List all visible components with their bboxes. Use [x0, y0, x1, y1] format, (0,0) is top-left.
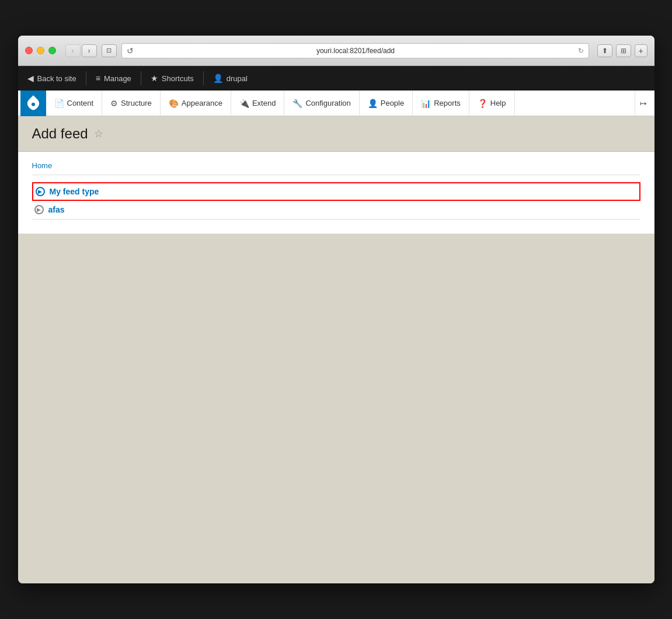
- user-icon: 👤: [213, 74, 223, 83]
- manage-icon: ≡: [96, 74, 100, 83]
- structure-icon: ⚙: [110, 99, 118, 108]
- url-display: youri.local:8201/feed/add: [137, 47, 574, 55]
- drupal-logo[interactable]: [20, 91, 46, 116]
- reload-icon[interactable]: ↺: [127, 46, 134, 55]
- browser-titlebar: ‹ › ⊡ ↺ youri.local:8201/feed/add ↻ ⬆ ⊞ …: [18, 36, 654, 66]
- admin-bar: ◀ Back to site ≡ Manage ★ Shortcuts 👤 dr…: [18, 66, 654, 91]
- user-link[interactable]: 👤 drupal: [204, 66, 257, 91]
- configuration-icon: 🔧: [293, 99, 302, 108]
- share-button[interactable]: ⬆: [597, 44, 612, 57]
- nav-appearance[interactable]: 🎨 Appearance: [161, 91, 231, 116]
- forward-button[interactable]: ›: [82, 44, 97, 57]
- page-header: Add feed ☆: [18, 116, 654, 152]
- back-to-site-link[interactable]: ◀ Back to site: [18, 66, 86, 91]
- traffic-lights: [25, 47, 56, 54]
- back-button[interactable]: ‹: [65, 44, 81, 57]
- window-mode-button[interactable]: ⊡: [102, 44, 117, 57]
- drupal-logo-icon: [26, 95, 41, 112]
- people-icon: 👤: [368, 99, 378, 108]
- user-label: drupal: [227, 74, 248, 83]
- nav-content-label: Content: [67, 99, 94, 107]
- nav-structure-label: Structure: [121, 99, 152, 107]
- manage-label: Manage: [104, 74, 131, 83]
- page-title: Add feed: [32, 126, 88, 142]
- toolbar-icons: ⬆ ⊞ +: [597, 44, 647, 57]
- svg-point-0: [32, 102, 35, 106]
- close-button[interactable]: [25, 47, 33, 54]
- star-admin-icon: ★: [151, 74, 158, 83]
- nav-configuration-label: Configuration: [305, 99, 350, 107]
- nav-reports-label: Reports: [434, 99, 461, 107]
- reports-icon: 📊: [421, 99, 431, 108]
- page-body: Home ▶ My feed type ▶ afas: [18, 152, 654, 234]
- reload-icon-right[interactable]: ↻: [578, 47, 584, 55]
- appearance-icon: 🎨: [169, 99, 179, 108]
- feed-type-afas-link[interactable]: afas: [48, 205, 65, 214]
- nav-help[interactable]: ❓ Help: [469, 91, 515, 116]
- nav-arrows: ‹ ›: [65, 44, 97, 57]
- nav-people-label: People: [381, 99, 404, 107]
- nav-extend-label: Extend: [252, 99, 276, 107]
- nav-extend[interactable]: 🔌 Extend: [231, 91, 284, 116]
- new-tab-button[interactable]: +: [635, 44, 647, 57]
- feed-arrow-icon-2: ▶: [34, 205, 44, 214]
- nav-reports[interactable]: 📊 Reports: [413, 91, 469, 116]
- nav-help-label: Help: [490, 99, 506, 107]
- sidebar-button[interactable]: ⊞: [616, 44, 631, 57]
- back-to-site-label: Back to site: [37, 74, 76, 83]
- manage-link[interactable]: ≡ Manage: [86, 66, 141, 91]
- minimize-button[interactable]: [37, 47, 44, 54]
- help-icon: ❓: [478, 99, 488, 108]
- browser-window: ‹ › ⊡ ↺ youri.local:8201/feed/add ↻ ⬆ ⊞ …: [18, 36, 654, 583]
- back-arrow-icon: ◀: [27, 74, 34, 83]
- shortcuts-link[interactable]: ★ Shortcuts: [141, 66, 203, 91]
- shortcuts-label: Shortcuts: [162, 74, 194, 83]
- nav-content[interactable]: 📄 Content: [46, 91, 103, 116]
- bookmark-icon[interactable]: ☆: [94, 127, 103, 140]
- nav-people[interactable]: 👤 People: [360, 91, 413, 116]
- feed-type-my-feed-type[interactable]: ▶ My feed type: [32, 182, 640, 201]
- feed-type-list: ▶ My feed type ▶ afas: [32, 182, 640, 220]
- feed-type-my-feed-type-link[interactable]: My feed type: [50, 187, 99, 196]
- nav-appearance-label: Appearance: [182, 99, 222, 107]
- feed-type-afas[interactable]: ▶ afas: [32, 200, 640, 220]
- maximize-button[interactable]: [48, 47, 56, 54]
- address-bar[interactable]: ↺ youri.local:8201/feed/add ↻: [121, 43, 589, 58]
- nav-collapse-button[interactable]: ↦: [635, 91, 652, 116]
- nav-menu: 📄 Content ⚙ Structure 🎨 Appearance 🔌 Ext…: [18, 91, 654, 116]
- breadcrumb-home-link[interactable]: Home: [32, 161, 53, 170]
- nav-configuration[interactable]: 🔧 Configuration: [284, 91, 359, 116]
- content-icon: 📄: [54, 99, 64, 108]
- feed-arrow-icon-1: ▶: [36, 187, 45, 196]
- breadcrumb: Home: [32, 161, 640, 175]
- extend-icon: 🔌: [239, 99, 249, 108]
- nav-structure[interactable]: ⚙ Structure: [102, 91, 161, 116]
- page-content: Add feed ☆ Home ▶ My feed type ▶ afas: [18, 116, 654, 583]
